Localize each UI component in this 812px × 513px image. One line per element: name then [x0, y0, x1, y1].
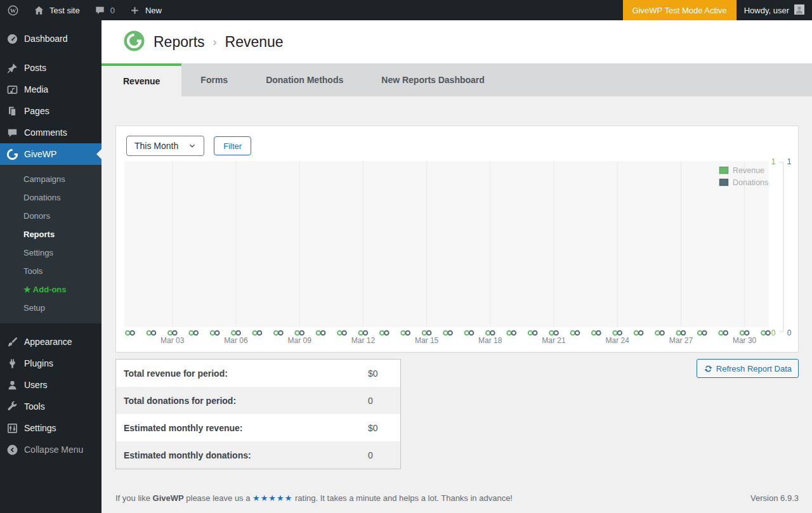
sidebar-item-media[interactable]: Media [0, 79, 102, 100]
submenu-item-campaigns[interactable]: Campaigns [0, 170, 102, 188]
summary-value: 0 [368, 396, 400, 406]
sidebar-item-label: Pages [24, 106, 49, 116]
sidebar-item-comments[interactable]: Comments [0, 122, 102, 143]
media-icon [6, 83, 18, 96]
howdy-label: Howdy, user [744, 6, 789, 15]
svg-text:Revenue: Revenue [733, 166, 764, 175]
pages-icon [6, 105, 18, 117]
site-name: Test site [49, 6, 80, 15]
sidebar-item-settings[interactable]: Settings [0, 417, 102, 439]
summary-label: Estimated monthly revenue: [124, 423, 368, 433]
svg-text:1: 1 [771, 157, 776, 166]
site-name-link[interactable]: Test site [26, 0, 87, 20]
givewp-test-mode-badge[interactable]: GiveWP Test Mode Active [623, 0, 737, 20]
comment-bubble-icon [94, 4, 106, 16]
givewp-submenu: CampaignsDonationsDonorsReportsSettingsT… [0, 165, 102, 323]
comments-count: 0 [110, 6, 115, 15]
breadcrumb: Reports › Revenue [154, 34, 284, 51]
svg-text:1: 1 [787, 157, 792, 166]
avatar [794, 4, 804, 16]
wordpress-icon: W [7, 4, 19, 16]
menu-separator [0, 323, 102, 331]
sidebar-item-collapse-menu[interactable]: Collapse Menu [0, 439, 102, 460]
givewp-logo [124, 30, 145, 54]
sidebar-item-givewp[interactable]: GiveWP [0, 143, 102, 165]
submenu-item-donors[interactable]: Donors [0, 207, 102, 225]
sidebar-item-pages[interactable]: Pages [0, 100, 102, 122]
refresh-icon [704, 364, 713, 373]
admin-bar: W Test site 0 New GiveWP Test Mode Activ… [0, 0, 812, 20]
plugins-icon [6, 357, 18, 370]
summary-row-total-donations-for-period: Total donations for period:0 [116, 387, 400, 414]
account-menu[interactable]: Howdy, user [737, 0, 812, 20]
chevron-down-icon [188, 141, 197, 150]
submenu-item-reports[interactable]: Reports [0, 225, 102, 244]
plus-icon [129, 4, 141, 16]
svg-text:Mar 09: Mar 09 [288, 336, 312, 345]
summary-value: $0 [368, 368, 400, 379]
page-title: Revenue [225, 34, 284, 51]
dashboard-icon [6, 32, 18, 45]
breadcrumb-section[interactable]: Reports [154, 34, 205, 51]
submenu-item-add-ons[interactable]: ★ Add-ons [0, 280, 102, 299]
rating-mid: please leave us a [184, 493, 252, 503]
period-select[interactable]: This Month [126, 136, 204, 156]
revenue-donations-line-chart: Mar 03Mar 06Mar 09Mar 12Mar 15Mar 18Mar … [117, 155, 799, 352]
page-footer: If you like GiveWP please leave us a ★★★… [102, 493, 812, 503]
svg-text:Donations: Donations [733, 178, 768, 187]
menu-separator [0, 49, 102, 57]
sidebar-item-dashboard[interactable]: Dashboard [0, 28, 102, 49]
summary-row-estimated-monthly-revenue: Estimated monthly revenue:$0 [116, 414, 400, 441]
filter-row: This Month Filter [116, 126, 798, 156]
users-icon [6, 379, 18, 391]
svg-text:Mar 21: Mar 21 [542, 336, 566, 345]
svg-text:Mar 06: Mar 06 [224, 336, 248, 345]
wordpress-menu[interactable]: W [0, 0, 26, 20]
summary-value: 0 [368, 450, 400, 460]
version-label: Version 6.9.3 [750, 493, 799, 503]
summary-row-total-revenue-for-period: Total revenue for period:$0 [116, 360, 400, 387]
tools-icon [6, 400, 18, 413]
tab-donation-methods[interactable]: Donation Methods [247, 63, 362, 96]
sidebar-item-label: Dashboard [24, 34, 68, 44]
sidebar-item-label: Settings [24, 423, 56, 433]
svg-text:Mar 15: Mar 15 [415, 336, 439, 345]
summary-row-estimated-monthly-donations: Estimated monthly donations:0 [116, 441, 400, 469]
revenue-chart-card: This Month Filter Mar 03Mar 06Mar 09Mar … [115, 126, 799, 353]
submenu-item-settings[interactable]: Settings [0, 244, 102, 262]
collapse-icon [6, 443, 18, 456]
sidebar-item-plugins[interactable]: Plugins [0, 353, 102, 374]
tab-revenue[interactable]: Revenue [102, 63, 181, 96]
sidebar-item-label: Collapse Menu [24, 445, 83, 455]
tab-forms[interactable]: Forms [181, 63, 247, 96]
refresh-report-label: Refresh Report Data [716, 364, 792, 373]
new-content-menu[interactable]: New [122, 0, 169, 20]
refresh-report-button[interactable]: Refresh Report Data [697, 359, 799, 378]
comments-shortcut[interactable]: 0 [87, 0, 122, 20]
sidebar-item-posts[interactable]: Posts [0, 57, 102, 79]
rating-prefix: If you like [115, 493, 153, 503]
summary-table: Total revenue for period:$0Total donatio… [115, 359, 401, 469]
submenu-item-setup[interactable]: Setup [0, 299, 102, 317]
svg-text:Mar 12: Mar 12 [351, 336, 376, 345]
five-star-link[interactable]: ★★★★★ [252, 493, 292, 503]
sidebar-item-label: Appearance [24, 337, 72, 347]
givewp-icon [6, 148, 18, 160]
appearance-icon [6, 335, 18, 348]
submenu-item-donations[interactable]: Donations [0, 188, 102, 207]
sidebar-item-label: Tools [24, 401, 45, 412]
breadcrumb-separator: › [213, 36, 217, 49]
comments-icon [6, 126, 18, 139]
new-label: New [145, 6, 162, 15]
star-icon: ★ [23, 285, 33, 294]
report-tabs: RevenueFormsDonation MethodsNew Reports … [102, 63, 812, 96]
sidebar-item-appearance[interactable]: Appearance [0, 331, 102, 353]
filter-button[interactable]: Filter [214, 136, 251, 155]
sidebar-item-tools[interactable]: Tools [0, 396, 102, 417]
submenu-item-tools[interactable]: Tools [0, 262, 102, 280]
sidebar-item-users[interactable]: Users [0, 374, 102, 396]
home-icon [33, 4, 45, 16]
main-content: Reports › Revenue RevenueFormsDonation M… [102, 20, 812, 513]
tab-new-reports-dashboard[interactable]: New Reports Dashboard [362, 63, 504, 96]
rating-request: If you like GiveWP please leave us a ★★★… [115, 493, 513, 503]
